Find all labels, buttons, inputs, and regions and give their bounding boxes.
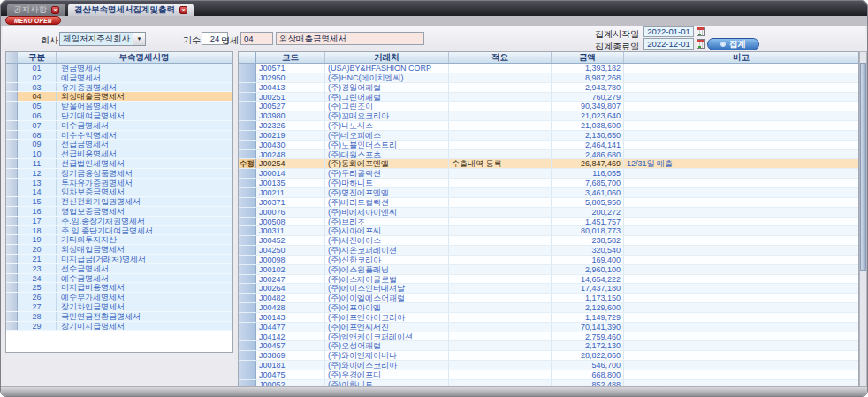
list-item[interactable]: 05받을어음명세서	[6, 102, 232, 111]
table-row[interactable]: J00247(주)에스제이글로벌14,654,222	[239, 275, 858, 285]
table-row[interactable]: J00311(주)시아에프씨80,018,773	[239, 226, 858, 236]
table-row[interactable]: J04477(주)에프엔씨서진70,141,390	[239, 323, 858, 332]
vendor-name: (주)신한코리아	[325, 256, 449, 264]
table-row[interactable]: J04250(주)시온코퍼레이션320,540	[239, 246, 858, 256]
table-row[interactable]: J00430(주)노블인더스트리2,464,141	[239, 141, 858, 150]
vendor-code: J00430	[256, 141, 325, 149]
table-row[interactable]: J00452(주)세진에이스238,582	[239, 236, 858, 246]
statement-code-input[interactable]: 04	[240, 32, 273, 45]
menu-open-button[interactable]: MENU OPEN	[5, 16, 61, 25]
table-row[interactable]: J00211(주)명진에프엔엘3,461,060	[239, 188, 858, 198]
tab-close-icon[interactable]: ×	[179, 6, 187, 14]
table-row[interactable]: J00413(주)경일어패럴2,943,780	[239, 83, 858, 93]
table-row[interactable]: J00428(주)에프아이엘2,129,600	[239, 303, 858, 313]
table-row[interactable]: J03980(주)꼬매요코리아21,023,640	[239, 111, 858, 121]
note	[624, 361, 858, 370]
table-row[interactable]: J00527(주)그린조이90,349,807	[239, 102, 858, 111]
table-row[interactable]: J00508(주)브리조1,451,757	[239, 218, 858, 227]
list-item[interactable]: 23선수금명세서	[6, 264, 232, 274]
table-row[interactable]: J00135(주)마하니트7,685,700	[239, 179, 858, 188]
statement-name-input[interactable]: 외상매출금명세서	[276, 32, 424, 45]
vendor-code: J00457	[256, 341, 325, 350]
table-row[interactable]: J00076(주)비에세아이엔씨200,272	[239, 208, 858, 218]
list-item[interactable]: 24예수금명세서	[6, 274, 232, 284]
calendar-icon[interactable]	[697, 39, 705, 49]
list-item[interactable]: 06단기대여금명세서	[6, 111, 232, 121]
list-item[interactable]: 27장기차입금명세서	[6, 302, 232, 312]
statement-code: 23	[18, 264, 57, 273]
company-select[interactable]: 제일저지주식회사 ▼	[59, 32, 146, 46]
list-item[interactable]: 07미수금명세서	[6, 121, 232, 131]
chevron-down-icon[interactable]: ▼	[133, 33, 145, 45]
list-item[interactable]: 25미지급비용명세서	[6, 283, 232, 293]
list-item[interactable]: 03유가증권명세서	[6, 83, 232, 93]
vendor-name: (주)그린어패럴	[325, 93, 449, 102]
table-row[interactable]: J00371(주)베리트컬렉션5,805,950	[239, 198, 858, 208]
tab-close-icon[interactable]: ×	[51, 6, 59, 14]
list-item[interactable]: 15전신전화가입권명세서	[6, 197, 232, 207]
table-row[interactable]: J02950(주)HNC(에이치엔씨)8,987,268	[239, 73, 858, 83]
list-item[interactable]: 28국민연금전환금명세서	[6, 312, 232, 322]
start-date-input[interactable]: 2022-01-01	[643, 26, 694, 37]
statement-code: 26	[18, 293, 57, 302]
vendor-code: J00475	[256, 370, 325, 379]
amount: 2,943,780	[552, 83, 624, 92]
list-item[interactable]: 12장기금융상품명세서	[6, 169, 232, 179]
table-row[interactable]: J00571(USA)BY&HFASHION CORP1,393,182	[239, 64, 858, 73]
table-row[interactable]: J04142(주)엠앤케이코퍼레이션2,759,460	[239, 332, 858, 342]
statement-name: 임차보증금명세서	[57, 187, 232, 196]
memo	[449, 323, 552, 332]
list-item[interactable]: 08미수수익명세서	[6, 131, 232, 141]
list-item[interactable]: 09선급금명세서	[6, 140, 232, 149]
table-row[interactable]: J02326(주)나노시스21,038,600	[239, 121, 858, 131]
table-row[interactable]: J00143(주)에프앤아이코리아1,149,729	[239, 313, 858, 323]
note	[624, 93, 858, 102]
list-item[interactable]: 14임차보증금명세서	[6, 187, 232, 197]
list-item[interactable]: 13투자유가증권명세서	[6, 179, 232, 188]
row-flag	[239, 246, 256, 255]
list-item[interactable]: 17주.임.종장기채권명세서	[6, 217, 232, 226]
amount: 668,800	[552, 370, 624, 379]
statement-name: 주.임.종장기채권명세서	[57, 217, 232, 225]
tab-statement-report[interactable]: 결산부속명세서집계및출력 ×	[68, 4, 194, 16]
statement-code: 13	[18, 179, 57, 187]
list-item[interactable]: 01현금명세서	[6, 64, 232, 73]
list-item[interactable]: 11선급법인세명세서	[6, 159, 232, 169]
tab-notice[interactable]: 공지사항 ×	[7, 4, 65, 16]
table-row[interactable]: J00014(주)두리콜렉션116,055	[239, 169, 858, 179]
list-item[interactable]: 21미지급금(거래처)명세서	[6, 255, 232, 264]
table-row[interactable]: J00251(주)그린어패럴760,279	[239, 93, 858, 103]
list-item[interactable]: 16영업보증금명세서	[6, 207, 232, 217]
scrollbar-thumb[interactable]	[860, 63, 866, 271]
list-item[interactable]: 02예금명세서	[6, 73, 232, 83]
table-row[interactable]: J00248(주)대원스포츠2,486,680	[239, 150, 858, 160]
list-item[interactable]: 29장기미지급명세서	[6, 322, 232, 332]
vendor-code: J04142	[256, 332, 325, 341]
table-row[interactable]: 수정J00254(주)동화에프엔엘수출내역 등록26,847,46912/31일…	[239, 159, 858, 169]
end-date-input[interactable]: 2022-12-01	[643, 38, 694, 50]
table-row[interactable]: J03869(주)와이앤제이비나28,822,860	[239, 351, 858, 361]
memo	[449, 73, 552, 82]
calendar-icon[interactable]	[697, 27, 705, 36]
table-row[interactable]: J00482(주)에이엘에스어패럴1,173,150	[239, 294, 858, 303]
list-item[interactable]: 04외상매출금명세서	[6, 92, 232, 102]
memo	[449, 111, 552, 120]
list-item[interactable]: 26예수부가세명세서	[6, 293, 232, 302]
table-row[interactable]: J00457(주)오성어패럴2,172,130	[239, 341, 858, 351]
table-row[interactable]: J00475(주)우경에프디668,800	[239, 370, 858, 380]
table-row[interactable]: J00098(주)신한코리아169,400	[239, 256, 858, 265]
aggregate-button[interactable]: 집계	[707, 38, 759, 50]
list-item[interactable]: 10선급비용명세서	[6, 149, 232, 159]
vertical-scrollbar[interactable]	[859, 51, 867, 388]
vendor-name: (주)에스제이글로벌	[325, 275, 449, 284]
list-item[interactable]: 18주.임.종단기대여금명세서	[6, 226, 232, 236]
note	[624, 236, 858, 245]
table-row[interactable]: J00181(주)와이에스코리아546,700	[239, 361, 858, 370]
row-selector	[6, 179, 18, 187]
table-row[interactable]: J00264(주)에이스인터내셔날17,437,180	[239, 284, 858, 294]
aggregate-button-icon	[720, 42, 726, 47]
list-item[interactable]: 20외상매입금명세서	[6, 245, 232, 255]
table-row[interactable]: J00219(주)네오피에스2,130,650	[239, 131, 858, 141]
table-row[interactable]: J00102(주)에스원플래닝2,960,100	[239, 265, 858, 275]
list-item[interactable]: 19기타의투자자산	[6, 235, 232, 245]
